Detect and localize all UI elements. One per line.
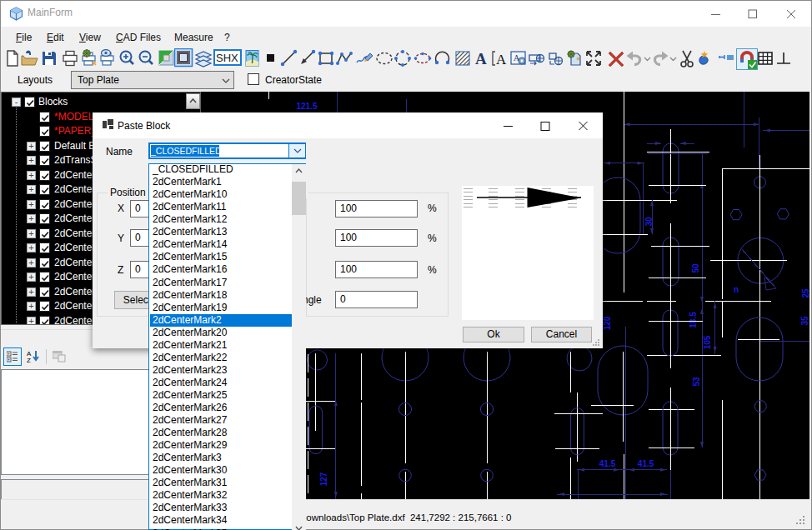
svg-text:A: A [475, 50, 487, 68]
svg-text:n: n [734, 285, 739, 294]
svg-text:A: A [496, 52, 507, 68]
svg-text:35: 35 [800, 316, 809, 326]
svg-text:105: 105 [703, 335, 712, 349]
svg-text:18.5: 18.5 [689, 312, 698, 328]
svg-text:127: 127 [319, 472, 328, 486]
svg-text:121.5: 121.5 [296, 102, 317, 111]
svg-text:Z: Z [27, 357, 31, 363]
svg-text:41.5: 41.5 [638, 459, 654, 468]
svg-text:120: 120 [603, 316, 612, 330]
svg-text:41.5: 41.5 [599, 459, 616, 468]
svg-text:50: 50 [691, 263, 700, 273]
svg-text:53: 53 [692, 377, 701, 387]
